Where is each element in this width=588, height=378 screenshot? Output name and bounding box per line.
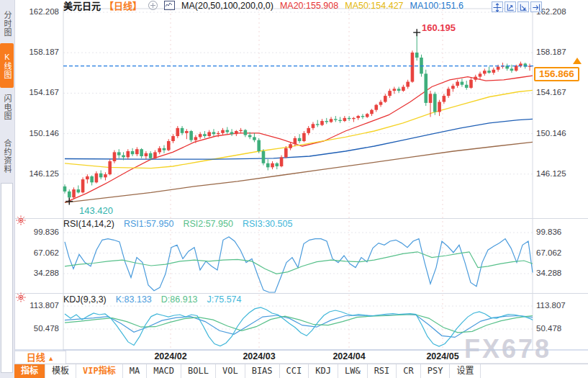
pan-icon[interactable] <box>492 1 503 12</box>
toolbar-item-bias[interactable]: BIAS <box>245 364 280 378</box>
y-axis-tick: 34.288 <box>14 269 59 277</box>
chart-canvas <box>0 0 588 378</box>
kdj-k-value: K:83.133 <box>116 294 152 305</box>
y-axis-tick: 34.288 <box>536 269 587 277</box>
kdj-pane-header: KDJ(9,3,3) K:83.133 D:86.913 J:75.574 <box>63 294 242 305</box>
toolbar-item-cci[interactable]: CCI <box>280 364 309 378</box>
kdj-params-label[interactable]: KDJ(9,3,3) <box>63 294 107 305</box>
y-axis-tick: 50.478 <box>14 324 59 333</box>
period-selector[interactable]: 日线 ▲ <box>14 351 66 364</box>
y-axis-tick: 99.836 <box>536 228 587 236</box>
y-axis-tick: 150.146 <box>536 129 587 138</box>
period-label: 日线 <box>27 352 45 363</box>
y-axis-tick: 146.125 <box>536 169 587 178</box>
y-axis-tick: 162.208 <box>14 7 59 16</box>
y-axis-tick: 50.478 <box>536 324 587 333</box>
current-price-tag: 156.866 <box>534 67 579 81</box>
x-axis-label: 2024/05 <box>420 351 466 361</box>
rsi2-value: RSI2:57.950 <box>183 219 233 229</box>
kdj-settings-icon[interactable] <box>16 292 26 302</box>
toolbar-item-ma[interactable]: MA <box>123 364 147 378</box>
y-axis-tick: 67.062 <box>536 248 587 257</box>
period-arrow-icon: ▲ <box>48 355 54 362</box>
y-axis-tick: 113.807 <box>536 301 587 310</box>
x-axis-label: 2024/02 <box>148 351 194 361</box>
y-axis-tick: 158.187 <box>536 48 587 56</box>
toolbar-item-vol[interactable]: VOL <box>216 364 245 378</box>
sidebar-tab-flash[interactable]: 闪电图 <box>0 85 14 130</box>
toolbar-item-psy[interactable]: PSY <box>421 364 451 378</box>
y-axis-tick: 158.187 <box>14 48 59 56</box>
sidebar-tab-timeshare[interactable]: 分时图 <box>0 1 14 46</box>
toolbar-item-kdj[interactable]: KDJ <box>309 364 338 378</box>
rsi3-value: RSI3:30.505 <box>243 219 293 229</box>
toolbar-item-indicator[interactable]: 指标 <box>14 364 45 378</box>
sidebar: 分时图K线图闪电图合约资料 <box>0 0 15 378</box>
toolbar-item-settings[interactable]: 设置 <box>450 364 481 378</box>
y-axis-tick: 99.836 <box>14 228 59 236</box>
toolbar-item-rsi[interactable]: RSI <box>368 364 397 378</box>
indicator-toolbar: 指标模板VIP指标MAMACDBOLLVOLBIASCCIKDJLW&RSICR… <box>14 364 588 378</box>
chart-header: 美元日元 【日线】 MA(20,50,100,200,0,0) MA20:155… <box>63 0 463 11</box>
chart-type-icon[interactable] <box>164 1 175 10</box>
kdj-d-value: D:86.913 <box>161 294 198 305</box>
rsi-pane-header: RSI(14,14,2) RSI1:57.950 RSI2:57.950 RSI… <box>63 219 292 229</box>
toolbar-item-macd[interactable]: MACD <box>147 364 181 378</box>
price-marker-arrow <box>573 58 582 64</box>
y-axis-tick: 154.167 <box>14 88 59 96</box>
sidebar-panel-box <box>1 183 13 373</box>
y-axis-tick: 67.062 <box>14 248 59 257</box>
chart-application: FX678 分时图K线图闪电图合约资料 美元日元 【日线】 MA(20,50,1… <box>0 0 588 378</box>
kdj-j-value: J:75.574 <box>207 294 242 305</box>
rsi1-value: RSI1:57.950 <box>124 219 174 229</box>
ma20-value: MA20:155.908 <box>280 1 338 11</box>
rsi-settings-icon[interactable] <box>16 215 26 225</box>
y-axis-tick: 162.208 <box>536 7 587 16</box>
toolbar-item-template[interactable]: 模板 <box>45 364 76 378</box>
add-compare-icon[interactable] <box>148 1 158 10</box>
ma50-value: MA50:154.427 <box>345 1 403 11</box>
ma100-value: MA100:151.6 <box>410 1 463 11</box>
sidebar-tab-kline[interactable]: K线图 <box>0 43 14 88</box>
toolbar-item-lw[interactable]: LW& <box>338 364 368 378</box>
x-axis-label: 2024/04 <box>326 351 372 361</box>
low-price-annotation: 143.420 <box>79 205 113 216</box>
scale-x-icon[interactable] <box>517 1 529 12</box>
toolbar-item-cr[interactable]: CR <box>397 364 420 378</box>
y-axis-tick: 146.125 <box>14 169 59 178</box>
toolbar-item-vip[interactable]: VIP指标 <box>76 364 123 378</box>
high-price-annotation: 160.195 <box>422 22 456 33</box>
symbol-title: 美元日元 <box>63 0 101 12</box>
go-latest-icon[interactable] <box>530 1 542 12</box>
y-axis-tick: 154.167 <box>536 88 587 96</box>
chart-tool-icons <box>492 1 542 12</box>
sidebar-tab-contract[interactable]: 合约资料 <box>0 127 14 186</box>
rsi-params-label[interactable]: RSI(14,14,2) <box>63 219 114 229</box>
period-tag: 【日线】 <box>104 0 142 12</box>
toolbar-item-boll[interactable]: BOLL <box>181 364 216 378</box>
x-axis-label: 2024/03 <box>236 351 282 361</box>
scale-y-icon[interactable] <box>505 1 516 12</box>
ma-settings-label[interactable]: MA(20,50,100,200,0,0) <box>181 1 273 11</box>
y-axis-tick: 150.146 <box>14 129 59 138</box>
